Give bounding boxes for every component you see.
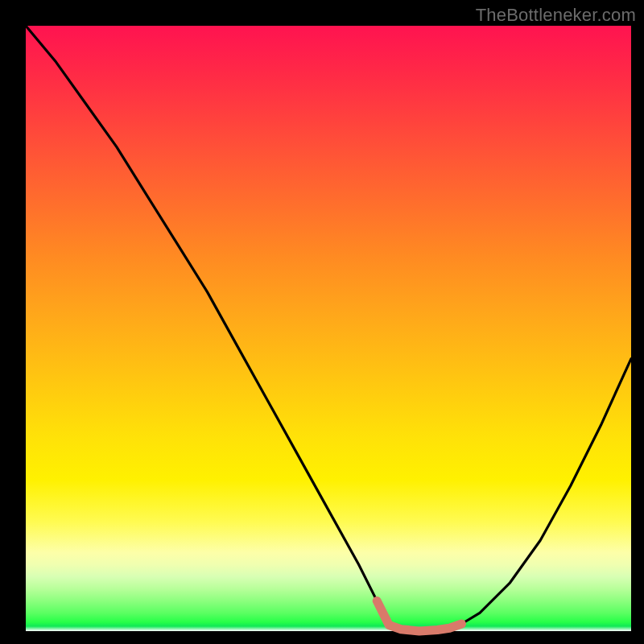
chart-frame: TheBottleneker.com [0, 0, 644, 644]
plot-area [26, 26, 631, 631]
highlight-segment [377, 601, 461, 631]
bottleneck-curve [26, 26, 631, 631]
watermark-text: TheBottleneker.com [476, 5, 636, 26]
curve-layer [26, 26, 631, 631]
